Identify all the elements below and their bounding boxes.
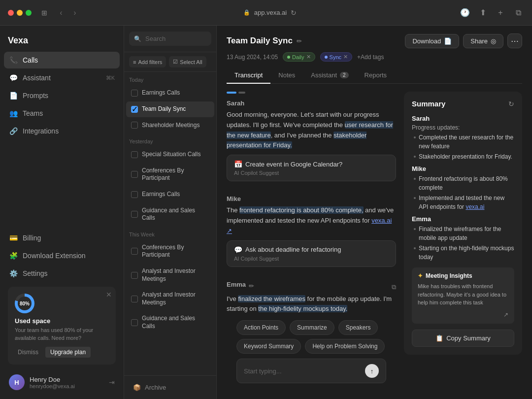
logout-icon[interactable]: ⇥ [109,378,115,386]
settings-icon: ⚙️ [9,269,18,278]
select-all-button[interactable]: ☑ Select All [169,56,206,67]
ai-suggest-text-deadline: Ask about deadline for refactoring [245,246,341,253]
close-button[interactable] [8,10,14,16]
checkbox-earnings-yesterday[interactable] [131,191,138,198]
emma-copy-icon[interactable]: ⧉ [392,283,396,291]
clock-icon[interactable]: 🕐 [459,7,471,19]
summary-person-sarah: Sarah [412,115,514,122]
edit-title-icon[interactable]: ✏ [297,37,302,45]
dismiss-button[interactable]: Dismiss [15,347,41,358]
tag-sync-label: Sync [330,54,341,60]
list-item-earnings-calls-yesterday[interactable]: Earnings Calls [126,187,214,202]
copy-summary-button[interactable]: 📋 Copy Summary [412,330,514,347]
list-item-conferences-week[interactable]: Conferences By Participant [126,240,214,263]
tag-sync-remove[interactable]: ✕ [343,54,348,60]
search-input-wrap[interactable]: 🔍 [129,32,211,46]
vexa-link[interactable]: vexa.ai ↗ [227,217,392,234]
list-item-guidance-sales-week[interactable]: Guidance and Sales Calls [126,311,214,334]
sidebar-item-teams[interactable]: 👥 Teams [4,105,120,122]
archive-button[interactable]: 📦 Archive [128,380,212,395]
list-item-analyst-investor[interactable]: Analyst and Investor Meetings [126,264,214,287]
sidebar-item-calls[interactable]: 📞 Calls [4,52,120,68]
checkbox-team-daily[interactable]: ✓ [131,106,138,113]
checkbox-analyst-2[interactable] [131,296,138,302]
question-icon: 💬 [234,246,242,254]
usage-close-icon[interactable]: ✕ [106,291,112,299]
sidebar-item-settings-label: Settings [23,269,48,277]
download-button[interactable]: Download 📄 [405,34,459,48]
checkbox-earnings-today[interactable] [131,90,138,97]
speaker-name-sarah-1: Sarah [227,100,396,107]
sidebar-item-integrations[interactable]: 🔗 Integrations [4,123,120,139]
url-bar[interactable]: app.vexa.ai [254,9,287,16]
sidebar-item-assistant[interactable]: 💬 Assistant ⌘K [4,69,120,86]
tab-assistant-label: Assistant [311,71,337,79]
forward-button[interactable]: › [69,7,81,19]
summarize-button[interactable]: Summarize [290,320,334,335]
list-filters: ≡ Add filters ☑ Select All [124,52,216,72]
sidebar-toggle-icon[interactable]: ⊞ [41,9,47,17]
upgrade-button[interactable]: Upgrade plan [45,347,91,358]
tab-notes-label: Notes [278,71,295,79]
tab-reports[interactable]: Reports [357,67,395,84]
tab-assistant[interactable]: Assistant 2 [303,67,356,84]
list-item-shareholder-meetings[interactable]: Shareholder Meetings [126,118,214,133]
user-row[interactable]: H Henry Doe henrydoe@vexa.ai ⇥ [4,369,120,395]
list-item-conferences-participant[interactable]: Conferences By Participant [126,163,214,186]
insights-text: Mike has troubles with frontend refactor… [418,282,508,307]
summary-vexa-link[interactable]: vexa.ai [466,203,484,210]
more-options-button[interactable]: ⋯ [507,33,522,48]
summary-person-mike: Mike [412,165,514,172]
reload-icon[interactable]: ↻ [291,9,297,17]
search-input[interactable] [145,35,206,42]
sidebar-item-billing[interactable]: 💳 Billing [4,230,120,246]
integrations-icon: 🔗 [9,127,18,135]
add-filters-label: Add filters [138,59,162,65]
tab-transcript[interactable]: Transcript [227,67,270,84]
add-filters-button[interactable]: ≡ Add filters [129,56,166,67]
share-button[interactable]: Share ◎ [463,34,503,48]
back-button[interactable]: ‹ [55,7,67,19]
checkbox-analyst[interactable] [131,272,138,279]
checkbox-guidance-week[interactable] [131,319,138,326]
new-tab-icon[interactable]: + [495,7,506,19]
checkbox-special[interactable] [131,151,138,158]
maximize-button[interactable] [26,10,32,16]
action-points-button[interactable]: Action Points [236,320,286,335]
emma-edit-icon[interactable]: ✏ [249,282,254,290]
speakers-button[interactable]: Speakers [338,320,378,335]
chat-input[interactable] [244,367,361,375]
list-item-analyst-investor-2[interactable]: Analyst and Investor Meetings [126,287,214,310]
list-item-team-daily-sync[interactable]: ✓ Team Daily Sync ··· [126,101,214,117]
tag-daily-remove[interactable]: ✕ [306,54,311,60]
checkbox-conferences-week[interactable] [131,248,138,255]
summary-sarah-label: Progress updates: [412,124,514,131]
tabs-icon[interactable]: ⧉ [512,7,524,19]
send-button[interactable]: ↑ [365,364,379,378]
tag-sync[interactable]: Sync ✕ [320,52,352,62]
list-item-special-situation[interactable]: Special Situation Calls [126,147,214,163]
share-icon[interactable]: ⬆ [477,7,489,19]
sidebar-item-settings[interactable]: ⚙️ Settings [4,265,120,282]
ai-suggest-deadline[interactable]: 💬 Ask about deadline for refactoring AI … [227,240,396,267]
add-tags-button[interactable]: +Add tags [357,54,384,61]
help-problem-solving-button[interactable]: Help on Problem Solving [305,339,385,354]
ai-suggest-calendar[interactable]: 📅 Create event in Google Calendar? AI Co… [227,155,396,181]
tag-daily[interactable]: Daily ✕ [283,52,315,62]
tab-reports-label: Reports [365,71,387,79]
keyword-summary-button[interactable]: Keyword Summary [236,339,301,354]
sidebar-item-prompts[interactable]: 📄 Prompts [4,87,120,104]
checkbox-shareholder[interactable] [131,122,138,129]
sidebar-item-download-extension[interactable]: 🧩 Download Extension [4,247,120,264]
list-item-earnings-calls-today[interactable]: Earnings Calls [126,85,214,101]
insights-expand-icon[interactable]: ↗ [503,311,508,318]
sidebar-item-teams-label: Teams [23,109,43,117]
tab-notes[interactable]: Notes [270,67,303,84]
minimize-button[interactable] [17,10,23,16]
list-item-guidance-sales[interactable]: Guidance and Sales Calls [126,203,214,226]
checkbox-conferences[interactable] [131,171,138,178]
sidebar-bottom: 💳 Billing 🧩 Download Extension ⚙️ Settin… [0,226,124,399]
archive-label: Archive [145,384,166,391]
refresh-icon[interactable]: ↻ [508,100,514,108]
checkbox-guidance[interactable] [131,211,138,218]
